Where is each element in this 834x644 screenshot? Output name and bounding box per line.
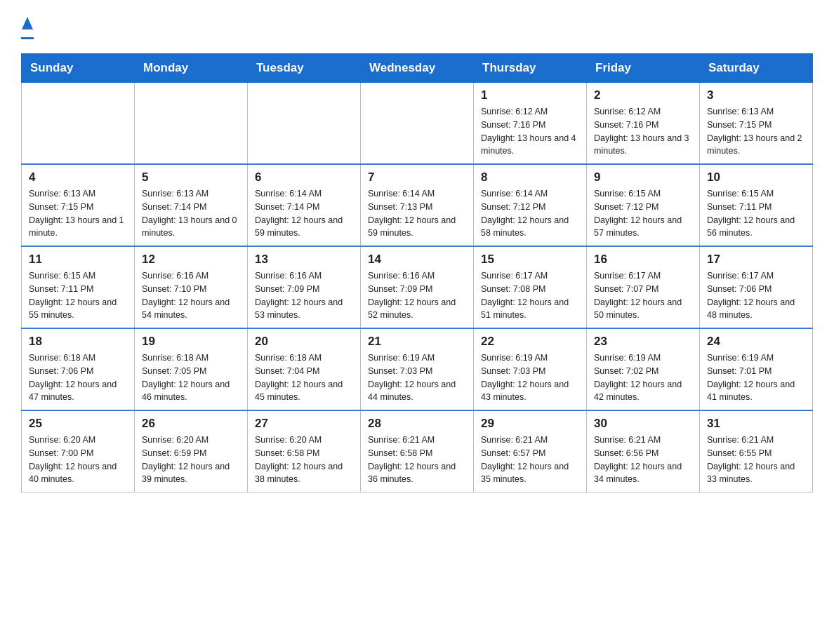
calendar-cell: 14Sunrise: 6:16 AMSunset: 7:09 PMDayligh… [361, 246, 474, 328]
day-info: Sunrise: 6:19 AMSunset: 7:01 PMDaylight:… [707, 351, 805, 404]
day-info: Sunrise: 6:15 AMSunset: 7:11 PMDaylight:… [707, 187, 805, 240]
day-number: 14 [368, 253, 466, 267]
day-info: Sunrise: 6:15 AMSunset: 7:12 PMDaylight:… [594, 187, 692, 240]
calendar-cell: 19Sunrise: 6:18 AMSunset: 7:05 PMDayligh… [135, 328, 248, 410]
day-number: 13 [255, 253, 353, 267]
calendar-cell [248, 83, 361, 165]
weekday-header-monday: Monday [135, 54, 248, 83]
day-info: Sunrise: 6:12 AMSunset: 7:16 PMDaylight:… [481, 105, 579, 158]
day-number: 1 [481, 88, 579, 102]
weekday-header-thursday: Thursday [474, 54, 587, 83]
svg-marker-0 [22, 17, 33, 29]
day-info: Sunrise: 6:21 AMSunset: 6:56 PMDaylight:… [594, 434, 692, 486]
day-info: Sunrise: 6:13 AMSunset: 7:15 PMDaylight:… [29, 187, 127, 240]
day-info: Sunrise: 6:17 AMSunset: 7:08 PMDaylight:… [481, 269, 579, 322]
day-info: Sunrise: 6:18 AMSunset: 7:06 PMDaylight:… [29, 351, 127, 404]
calendar-cell [22, 83, 135, 165]
day-number: 11 [29, 253, 127, 267]
calendar-cell: 12Sunrise: 6:16 AMSunset: 7:10 PMDayligh… [135, 246, 248, 328]
day-number: 8 [481, 170, 579, 185]
logo [21, 14, 34, 39]
calendar-week-row: 11Sunrise: 6:15 AMSunset: 7:11 PMDayligh… [22, 246, 813, 328]
day-number: 25 [29, 417, 127, 431]
day-number: 15 [481, 253, 579, 267]
calendar-cell: 23Sunrise: 6:19 AMSunset: 7:02 PMDayligh… [587, 328, 700, 410]
day-info: Sunrise: 6:16 AMSunset: 7:09 PMDaylight:… [255, 269, 353, 322]
day-number: 29 [481, 417, 579, 431]
day-number: 2 [594, 88, 692, 102]
day-number: 30 [594, 417, 692, 431]
weekday-header-wednesday: Wednesday [361, 54, 474, 83]
day-number: 3 [707, 88, 805, 102]
calendar-cell: 6Sunrise: 6:14 AMSunset: 7:14 PMDaylight… [248, 164, 361, 246]
calendar-cell: 29Sunrise: 6:21 AMSunset: 6:57 PMDayligh… [474, 410, 587, 492]
day-number: 22 [481, 335, 579, 349]
calendar-cell: 1Sunrise: 6:12 AMSunset: 7:16 PMDaylight… [474, 83, 587, 165]
calendar-cell: 7Sunrise: 6:14 AMSunset: 7:13 PMDaylight… [361, 164, 474, 246]
day-info: Sunrise: 6:13 AMSunset: 7:15 PMDaylight:… [707, 105, 805, 158]
calendar-cell: 27Sunrise: 6:20 AMSunset: 6:58 PMDayligh… [248, 410, 361, 492]
day-info: Sunrise: 6:14 AMSunset: 7:13 PMDaylight:… [368, 187, 466, 240]
page-header [21, 14, 813, 39]
day-info: Sunrise: 6:20 AMSunset: 6:58 PMDaylight:… [255, 434, 353, 486]
weekday-header-sunday: Sunday [22, 54, 135, 83]
calendar-cell: 13Sunrise: 6:16 AMSunset: 7:09 PMDayligh… [248, 246, 361, 328]
day-info: Sunrise: 6:14 AMSunset: 7:14 PMDaylight:… [255, 187, 353, 240]
day-number: 31 [707, 417, 805, 431]
weekday-header-friday: Friday [587, 54, 700, 83]
calendar-cell: 18Sunrise: 6:18 AMSunset: 7:06 PMDayligh… [22, 328, 135, 410]
day-number: 12 [142, 253, 240, 267]
calendar-cell: 8Sunrise: 6:14 AMSunset: 7:12 PMDaylight… [474, 164, 587, 246]
day-info: Sunrise: 6:20 AMSunset: 7:00 PMDaylight:… [29, 434, 127, 486]
day-number: 20 [255, 335, 353, 349]
day-info: Sunrise: 6:19 AMSunset: 7:03 PMDaylight:… [481, 351, 579, 404]
calendar-cell: 10Sunrise: 6:15 AMSunset: 7:11 PMDayligh… [700, 164, 813, 246]
day-info: Sunrise: 6:19 AMSunset: 7:02 PMDaylight:… [594, 351, 692, 404]
day-number: 24 [707, 335, 805, 349]
day-info: Sunrise: 6:19 AMSunset: 7:03 PMDaylight:… [368, 351, 466, 404]
day-info: Sunrise: 6:20 AMSunset: 6:59 PMDaylight:… [142, 434, 240, 486]
calendar-cell: 15Sunrise: 6:17 AMSunset: 7:08 PMDayligh… [474, 246, 587, 328]
day-info: Sunrise: 6:16 AMSunset: 7:10 PMDaylight:… [142, 269, 240, 322]
calendar-cell: 2Sunrise: 6:12 AMSunset: 7:16 PMDaylight… [587, 83, 700, 165]
calendar-cell: 20Sunrise: 6:18 AMSunset: 7:04 PMDayligh… [248, 328, 361, 410]
day-info: Sunrise: 6:17 AMSunset: 7:06 PMDaylight:… [707, 269, 805, 322]
calendar-cell: 9Sunrise: 6:15 AMSunset: 7:12 PMDaylight… [587, 164, 700, 246]
calendar-cell [361, 83, 474, 165]
day-number: 6 [255, 170, 353, 185]
calendar-cell: 11Sunrise: 6:15 AMSunset: 7:11 PMDayligh… [22, 246, 135, 328]
day-number: 27 [255, 417, 353, 431]
day-number: 10 [707, 170, 805, 185]
day-number: 21 [368, 335, 466, 349]
day-info: Sunrise: 6:13 AMSunset: 7:14 PMDaylight:… [142, 187, 240, 240]
calendar-cell: 21Sunrise: 6:19 AMSunset: 7:03 PMDayligh… [361, 328, 474, 410]
calendar-cell [135, 83, 248, 165]
day-info: Sunrise: 6:17 AMSunset: 7:07 PMDaylight:… [594, 269, 692, 322]
day-number: 19 [142, 335, 240, 349]
calendar-cell: 17Sunrise: 6:17 AMSunset: 7:06 PMDayligh… [700, 246, 813, 328]
calendar-week-row: 18Sunrise: 6:18 AMSunset: 7:06 PMDayligh… [22, 328, 813, 410]
calendar-cell: 4Sunrise: 6:13 AMSunset: 7:15 PMDaylight… [22, 164, 135, 246]
day-number: 23 [594, 335, 692, 349]
logo-underline [21, 37, 34, 39]
calendar-week-row: 4Sunrise: 6:13 AMSunset: 7:15 PMDaylight… [22, 164, 813, 246]
calendar-cell: 5Sunrise: 6:13 AMSunset: 7:14 PMDaylight… [135, 164, 248, 246]
day-info: Sunrise: 6:21 AMSunset: 6:58 PMDaylight:… [368, 434, 466, 486]
day-info: Sunrise: 6:15 AMSunset: 7:11 PMDaylight:… [29, 269, 127, 322]
day-info: Sunrise: 6:18 AMSunset: 7:04 PMDaylight:… [255, 351, 353, 404]
calendar-table: SundayMondayTuesdayWednesdayThursdayFrid… [21, 53, 813, 492]
weekday-header-tuesday: Tuesday [248, 54, 361, 83]
day-number: 28 [368, 417, 466, 431]
calendar-cell: 16Sunrise: 6:17 AMSunset: 7:07 PMDayligh… [587, 246, 700, 328]
calendar-cell: 28Sunrise: 6:21 AMSunset: 6:58 PMDayligh… [361, 410, 474, 492]
weekday-header-saturday: Saturday [700, 54, 813, 83]
day-info: Sunrise: 6:21 AMSunset: 6:55 PMDaylight:… [707, 434, 805, 486]
logo-triangle-icon [22, 14, 33, 36]
calendar-cell: 30Sunrise: 6:21 AMSunset: 6:56 PMDayligh… [587, 410, 700, 492]
calendar-cell: 24Sunrise: 6:19 AMSunset: 7:01 PMDayligh… [700, 328, 813, 410]
calendar-cell: 25Sunrise: 6:20 AMSunset: 7:00 PMDayligh… [22, 410, 135, 492]
day-number: 5 [142, 170, 240, 185]
day-info: Sunrise: 6:21 AMSunset: 6:57 PMDaylight:… [481, 434, 579, 486]
day-number: 16 [594, 253, 692, 267]
calendar-cell: 22Sunrise: 6:19 AMSunset: 7:03 PMDayligh… [474, 328, 587, 410]
